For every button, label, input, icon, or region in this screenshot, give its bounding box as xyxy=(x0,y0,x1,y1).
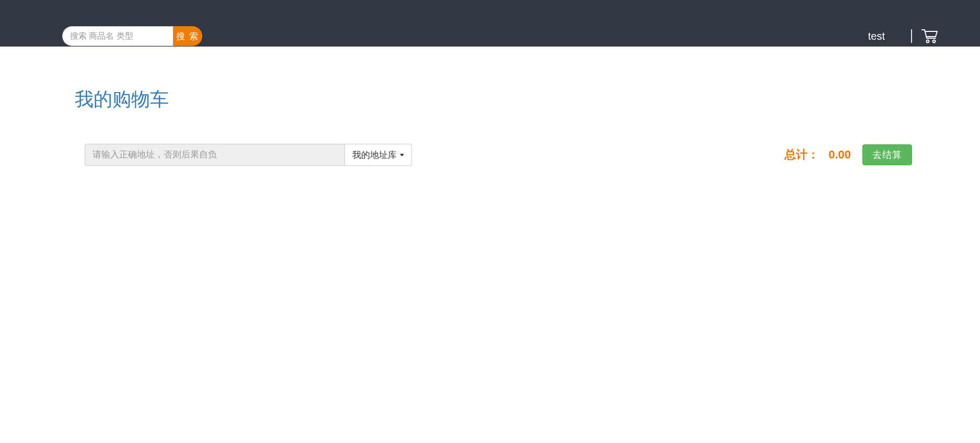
cart-icon xyxy=(921,29,938,43)
cart-link[interactable] xyxy=(921,29,938,43)
total-value: 0.00 xyxy=(828,148,851,162)
svg-point-1 xyxy=(933,40,936,43)
username-link[interactable]: test xyxy=(868,30,885,42)
address-dropdown-label: 我的地址库 xyxy=(352,149,397,161)
address-group: 我的地址库 xyxy=(85,144,412,166)
page-title: 我的购物车 xyxy=(75,87,980,112)
svg-point-0 xyxy=(927,40,929,43)
total-label: 总计： xyxy=(785,147,819,163)
address-input[interactable] xyxy=(85,144,345,166)
search-input[interactable] xyxy=(62,26,173,46)
checkout-button[interactable]: 去结算 xyxy=(862,144,912,165)
cart-action-bar: 我的地址库 总计： 0.00 去结算 xyxy=(85,144,912,166)
header: 搜 索 test xyxy=(0,0,980,47)
search-group: 搜 索 xyxy=(62,26,202,46)
vertical-divider xyxy=(911,29,912,43)
chevron-down-icon xyxy=(400,154,404,156)
header-right: test xyxy=(868,28,938,44)
address-dropdown[interactable]: 我的地址库 xyxy=(345,144,412,166)
search-button[interactable]: 搜 索 xyxy=(173,26,202,46)
